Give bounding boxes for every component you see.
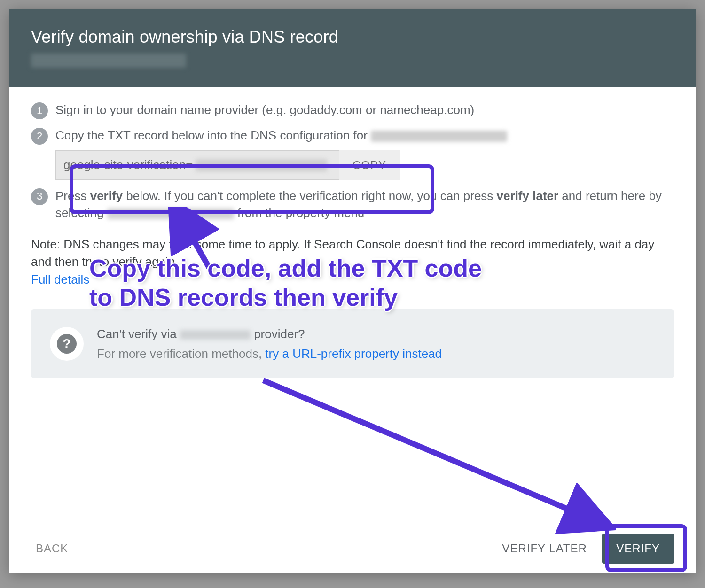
- verify-later-button[interactable]: VERIFY LATER: [497, 536, 592, 561]
- step-2-text-before: Copy the TXT record below into the DNS c…: [55, 128, 371, 142]
- step-2-domain-redacted: [371, 131, 507, 142]
- step-1-text: Sign in to your domain name provider (e.…: [55, 101, 674, 118]
- hint-text: Can't verify via provider? For more veri…: [97, 325, 442, 363]
- dialog-header: Verify domain ownership via DNS record: [9, 9, 696, 87]
- step-3: 3 Press verify below. If you can't compl…: [31, 187, 674, 222]
- hint-question: Can't verify via provider?: [97, 325, 442, 342]
- question-mark-icon: ?: [57, 334, 77, 354]
- url-prefix-link[interactable]: try a URL-prefix property instead: [265, 347, 442, 361]
- annotation-callout: Copy this code, add the TXT code to DNS …: [89, 254, 484, 312]
- hint-question-before: Can't verify via: [97, 327, 180, 341]
- dialog-body: 1 Sign in to your domain name provider (…: [9, 87, 696, 378]
- step-2-text: Copy the TXT record below into the DNS c…: [55, 127, 674, 180]
- hint-provider-redacted: [180, 330, 251, 340]
- dialog-title: Verify domain ownership via DNS record: [31, 27, 674, 47]
- txt-code-redacted: [196, 159, 327, 171]
- step-badge-2: 2: [31, 128, 48, 145]
- domain-name-redacted: [31, 54, 186, 68]
- step-3-mid1: below. If you can't complete the verific…: [123, 189, 497, 203]
- verify-button[interactable]: VERIFY: [602, 534, 674, 564]
- step-3-domain-redacted: [107, 208, 234, 219]
- step-3-verify-word: verify: [90, 189, 123, 203]
- full-details-link[interactable]: Full details: [31, 272, 89, 286]
- step-3-text: Press verify below. If you can't complet…: [55, 187, 674, 222]
- step-1: 1 Sign in to your domain name provider (…: [31, 101, 674, 119]
- back-button[interactable]: BACK: [31, 536, 73, 561]
- step-badge-3: 3: [31, 188, 48, 205]
- step-3-press: Press: [55, 189, 90, 203]
- txt-code-prefix: google-site-verification=: [63, 156, 193, 173]
- txt-record-value[interactable]: google-site-verification=: [55, 150, 339, 179]
- hint-answer: For more verification methods, try a URL…: [97, 345, 442, 362]
- copy-button[interactable]: COPY: [339, 150, 400, 179]
- hint-question-after: provider?: [251, 327, 305, 341]
- hint-icon-wrap: ?: [50, 327, 84, 361]
- dialog-footer: BACK VERIFY LATER VERIFY: [9, 524, 696, 573]
- footer-right: VERIFY LATER VERIFY: [497, 534, 674, 564]
- hint-box: ? Can't verify via provider? For more ve…: [31, 309, 674, 379]
- step-badge-1: 1: [31, 102, 48, 119]
- step-3-verify-later-word: verify later: [497, 189, 559, 203]
- txt-record-row: google-site-verification= COPY: [55, 150, 400, 179]
- step-3-tail: from the property menu: [234, 206, 364, 220]
- hint-answer-before: For more verification methods,: [97, 347, 265, 361]
- step-2: 2 Copy the TXT record below into the DNS…: [31, 127, 674, 180]
